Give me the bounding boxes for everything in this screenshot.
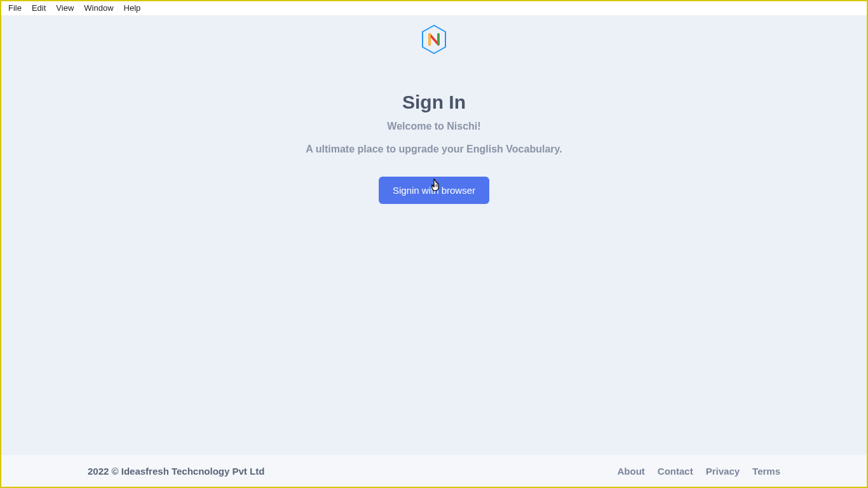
menu-window[interactable]: Window <box>79 3 118 13</box>
main-content: Sign In Welcome to Nischi! A ultimate pl… <box>1 15 867 455</box>
footer-link-terms[interactable]: Terms <box>752 466 780 477</box>
footer-link-contact[interactable]: Contact <box>658 466 693 477</box>
footer-link-about[interactable]: About <box>618 466 645 477</box>
footer-link-privacy[interactable]: Privacy <box>706 466 740 477</box>
footer: 2022 © Ideasfresh Techcnology Pvt Ltd Ab… <box>1 455 867 487</box>
menu-help[interactable]: Help <box>119 3 146 13</box>
content-area: Sign In Welcome to Nischi! A ultimate pl… <box>1 15 867 487</box>
description-text: A ultimate place to upgrade your English… <box>306 144 562 155</box>
footer-links: About Contact Privacy Terms <box>618 466 780 477</box>
menu-bar: File Edit View Window Help <box>1 1 867 15</box>
copyright-text: 2022 © Ideasfresh Techcnology Pvt Ltd <box>88 466 264 477</box>
menu-view[interactable]: View <box>51 3 78 13</box>
signin-browser-button[interactable]: Signin with browser <box>379 177 489 204</box>
welcome-text: Welcome to Nischi! <box>387 121 480 132</box>
page-title: Sign In <box>402 92 466 113</box>
menu-edit[interactable]: Edit <box>27 3 50 13</box>
logo-container <box>420 24 448 55</box>
menu-file[interactable]: File <box>4 3 26 13</box>
app-logo-icon <box>420 24 448 55</box>
